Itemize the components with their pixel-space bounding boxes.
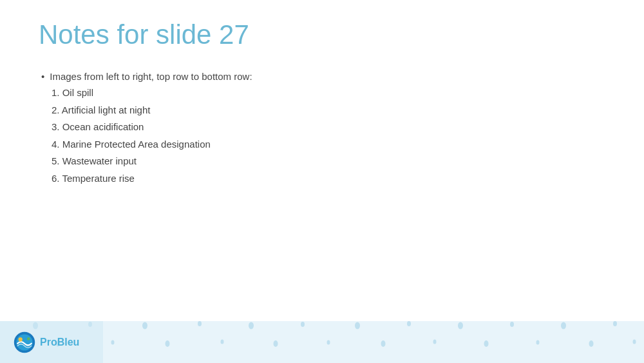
svg-point-11 [561,322,566,329]
list-item-text: Marine Protected Area designation [62,139,211,150]
svg-point-22 [536,340,540,345]
slide-container: Notes for slide 27 • Images from left to… [0,0,644,363]
list-item: 1. Oil spill [52,86,605,101]
svg-point-17 [274,340,278,347]
svg-point-6 [301,322,305,327]
svg-point-14 [111,340,115,345]
bullet-intro-text: Images from left to right, top row to bo… [50,71,252,82]
svg-point-16 [221,340,224,344]
list-item-number: 1. [52,87,62,98]
logo-area: ProBleu [13,331,79,354]
logo-text: ProBleu [40,337,79,348]
list-item: 6. Temperature rise [52,172,605,186]
svg-point-29 [27,337,30,340]
probleu-logo-icon [13,331,36,354]
list-item-number: 6. [52,173,62,184]
decoration-svg [0,311,644,363]
svg-point-19 [381,340,386,347]
svg-point-15 [166,340,170,347]
bullet-dot: • [41,71,44,82]
list-item-number: 3. [52,121,62,132]
list-item-text: Wastewater input [62,155,137,166]
list-item-text: Temperature rise [62,173,135,184]
list-item: 4. Marine Protected Area designation [52,137,605,152]
bullet-intro-line: • Images from left to right, top row to … [39,71,605,82]
list-item-text: Oil spill [62,87,93,98]
svg-point-18 [327,340,330,345]
svg-point-7 [355,322,360,329]
svg-point-3 [142,322,147,329]
content-area: • Images from left to right, top row to … [39,71,605,188]
svg-point-5 [249,322,254,329]
list-item: 3. Ocean acidification [52,120,605,135]
list-item: 2. Artificial light at night [52,103,605,118]
list-item-text: Artificial light at night [62,104,151,115]
svg-point-8 [407,321,411,326]
logo-pro: Pro [40,337,57,348]
list-item-number: 5. [52,155,62,166]
svg-point-28 [19,337,23,341]
list-item: 5. Wastewater input [52,154,605,169]
list-item-number: 4. [52,139,62,150]
svg-point-24 [633,340,636,344]
list-item-text: Ocean acidification [62,121,144,132]
numbered-list: 1. Oil spill 2. Artificial light at nigh… [52,86,605,186]
svg-point-10 [510,322,514,327]
svg-point-23 [589,340,594,347]
bottom-decoration [0,311,644,363]
svg-point-4 [198,321,202,326]
slide-title: Notes for slide 27 [39,19,249,50]
svg-point-9 [458,322,463,329]
svg-point-21 [484,340,489,347]
logo-bleu: Bleu [57,337,80,348]
svg-point-12 [613,321,617,326]
list-item-number: 2. [52,104,62,115]
svg-point-20 [433,340,437,344]
